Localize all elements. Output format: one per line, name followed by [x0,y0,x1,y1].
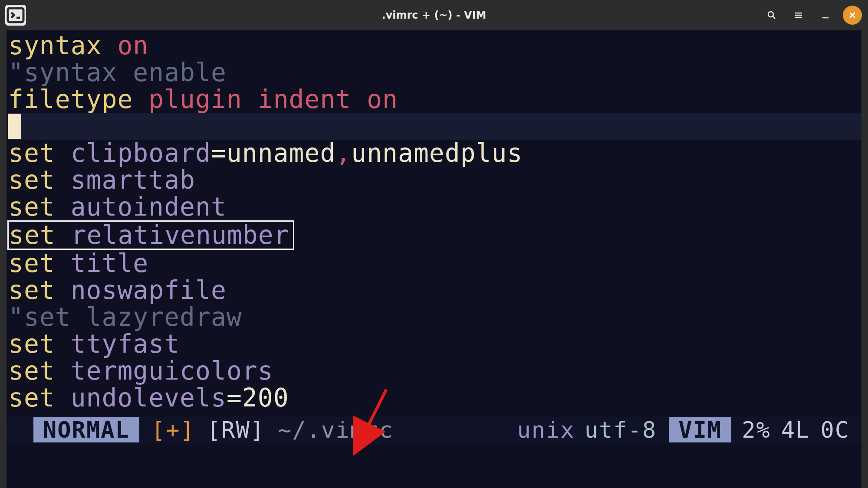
minimize-button[interactable] [816,6,835,25]
hamburger-menu-icon[interactable] [789,6,808,25]
titlebar: .vimrc + (~) - VIM [0,0,868,30]
code-line: set clipboard=unnamed,unnamedplus [8,140,861,167]
code-line: set noswapfile [8,277,861,304]
statusline-encoding: utf-8 [585,416,669,443]
statusline-filetype: VIM [669,417,731,442]
statusline-filepath: ~/.vimrc [269,416,402,443]
code-line: set title [8,250,861,277]
editor-bottom-pad [7,445,861,488]
statusline-fileformat: unix [517,416,584,443]
code-line: set autoindent [8,193,861,220]
highlighted-line-box: set relativenumber [7,220,294,250]
statusline-percent: 2% [731,416,771,443]
code-line: set smarttab [8,167,861,193]
close-button[interactable] [843,6,862,25]
statusline-readwrite: [RW] [207,416,269,443]
statusline-column: 0C [810,416,849,443]
code-line: set termguicolors [8,357,861,384]
code-line: set ttyfast [8,331,861,357]
search-icon[interactable] [762,6,781,25]
editor-viewport[interactable]: syntax on "syntax enable filetype plugin… [7,30,861,445]
window-controls [762,6,862,25]
statusline-line: 4L [771,416,810,443]
code-line: syntax on [8,32,861,59]
code-line: "set lazyredraw [8,304,861,331]
statusline-mode: NORMAL [33,417,139,442]
cursor-line [8,113,861,140]
code-line: "syntax enable [8,59,861,86]
code-line: set undolevels=200 [8,384,861,411]
window-title: .vimrc + (~) - VIM [382,9,487,21]
svg-rect-0 [8,8,23,22]
block-cursor [8,114,21,139]
terminal-app-icon[interactable] [5,5,26,26]
code-line: filetype plugin indent on [8,86,861,113]
statusline: NORMAL [+] [RW] ~/.vimrc unix utf-8 VIM … [7,417,861,443]
svg-point-1 [768,12,773,17]
statusline-modified-flag: [+] [139,416,207,443]
